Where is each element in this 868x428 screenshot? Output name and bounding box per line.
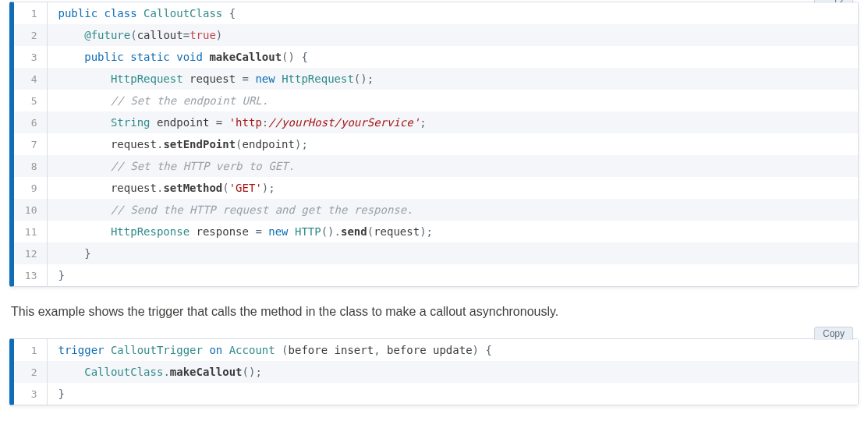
code-line: 12 } [14, 242, 858, 264]
explanatory-paragraph: This example shows the trigger that call… [11, 302, 859, 321]
line-number: 2 [14, 24, 47, 46]
code-content: request.setEndPoint(endpoint); [47, 133, 858, 155]
code-line: 2 CalloutClass.makeCallout(); [14, 361, 858, 383]
code-content: // Send the HTTP request and get the res… [47, 199, 858, 221]
code-line: 1public class CalloutClass { [14, 2, 858, 24]
code-content: request.setMethod('GET'); [47, 177, 858, 199]
code-table-2: 1trigger CalloutTrigger on Account (befo… [14, 339, 858, 405]
code-line: 2 @future(callout=true) [14, 24, 858, 46]
line-number: 1 [14, 2, 47, 24]
code-content: @future(callout=true) [47, 24, 858, 46]
code-content: HttpRequest request = new HttpRequest(); [47, 68, 858, 90]
line-number: 13 [14, 264, 47, 286]
line-number: 3 [14, 383, 47, 405]
copy-button[interactable]: Copy [814, 0, 853, 3]
line-number: 2 [14, 361, 47, 383]
line-number: 3 [14, 46, 47, 68]
code-content: public class CalloutClass { [47, 2, 858, 24]
code-content: CalloutClass.makeCallout(); [47, 361, 858, 383]
code-line: 6 String endpoint = 'http://yourHost/you… [14, 111, 858, 133]
line-number: 5 [14, 90, 47, 111]
line-number: 7 [14, 133, 47, 155]
code-content: // Set the endpoint URL. [47, 90, 858, 111]
line-number: 4 [14, 68, 47, 90]
line-number: 8 [14, 155, 47, 177]
code-line: 3 public static void makeCallout() { [14, 46, 858, 68]
line-number: 6 [14, 111, 47, 133]
code-block-1: Copy 1public class CalloutClass {2 @futu… [9, 2, 859, 287]
line-number: 10 [14, 199, 47, 221]
code-content: } [47, 242, 858, 264]
line-number: 12 [14, 242, 47, 264]
code-content: public static void makeCallout() { [47, 46, 858, 68]
code-line: 10 // Send the HTTP request and get the … [14, 199, 858, 221]
code-line: 11 HttpResponse response = new HTTP().se… [14, 221, 858, 242]
copy-button[interactable]: Copy [814, 327, 853, 340]
line-number: 11 [14, 221, 47, 242]
code-content: HttpResponse response = new HTTP().send(… [47, 221, 858, 242]
line-number: 9 [14, 177, 47, 199]
code-content: String endpoint = 'http://yourHost/yourS… [47, 111, 858, 133]
code-line: 9 request.setMethod('GET'); [14, 177, 858, 199]
code-block-2: Copy 1trigger CalloutTrigger on Account … [9, 338, 859, 405]
code-line: 1trigger CalloutTrigger on Account (befo… [14, 339, 858, 361]
code-content: } [47, 383, 858, 405]
code-content: // Set the HTTP verb to GET. [47, 155, 858, 177]
code-content: } [47, 264, 858, 286]
code-line: 7 request.setEndPoint(endpoint); [14, 133, 858, 155]
code-table-1: 1public class CalloutClass {2 @future(ca… [14, 2, 858, 286]
code-line: 5 // Set the endpoint URL. [14, 90, 858, 111]
line-number: 1 [14, 339, 47, 361]
code-line: 13} [14, 264, 858, 286]
code-line: 8 // Set the HTTP verb to GET. [14, 155, 858, 177]
code-content: trigger CalloutTrigger on Account (befor… [47, 339, 858, 361]
code-line: 4 HttpRequest request = new HttpRequest(… [14, 68, 858, 90]
code-line: 3} [14, 383, 858, 405]
